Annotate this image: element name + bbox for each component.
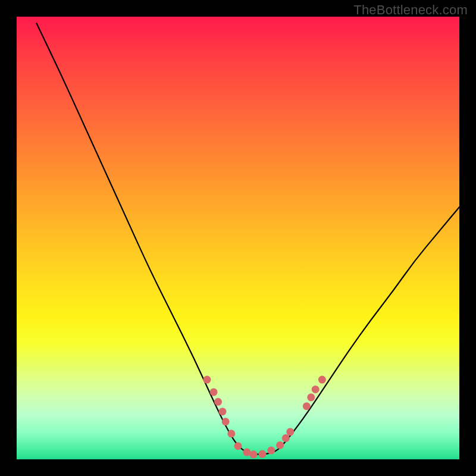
curve-marker — [203, 376, 211, 384]
curve-marker — [210, 388, 218, 396]
curve-marker — [227, 430, 235, 437]
curve-marker — [276, 441, 284, 449]
curve-marker — [222, 418, 230, 425]
curve-layer — [17, 17, 459, 459]
curve-marker — [214, 398, 222, 406]
curve-marker — [243, 449, 250, 456]
curve-marker — [318, 376, 326, 384]
curve-marker — [250, 450, 258, 458]
bottleneck-curve — [36, 23, 459, 454]
curve-marker — [258, 450, 266, 458]
curve-marker — [234, 442, 242, 450]
curve-marker — [303, 402, 311, 410]
curve-marker — [267, 447, 275, 455]
curve-marker — [312, 386, 320, 393]
curve-marker — [218, 408, 226, 415]
watermark-text: TheBottleneck.com — [353, 2, 468, 18]
curve-marker — [307, 393, 315, 401]
curve-marker — [286, 428, 294, 436]
chart-frame: TheBottleneck.com — [0, 0, 476, 476]
curve-marker — [282, 434, 290, 442]
